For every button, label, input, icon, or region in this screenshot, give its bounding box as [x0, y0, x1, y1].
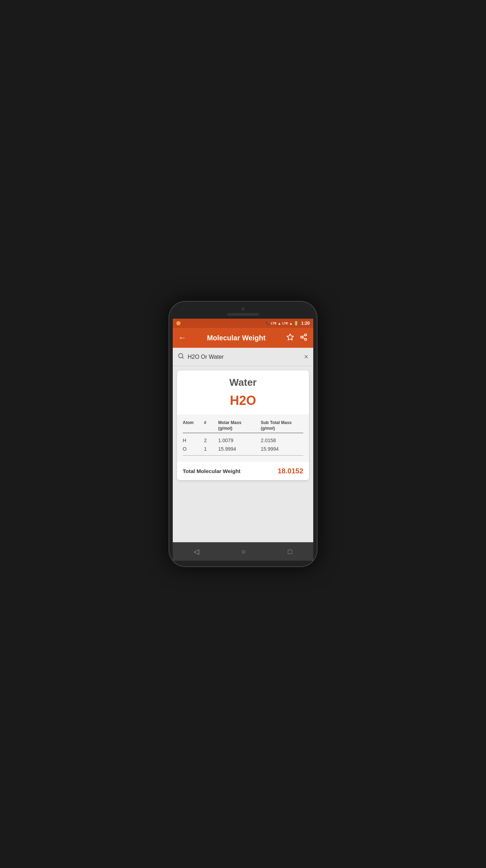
table-header-row: Atom # Molar Mass(g/mol) Sub Total Mass(… [183, 419, 303, 433]
atom-o: O [183, 446, 204, 452]
phone-speaker [227, 313, 259, 316]
table-row: H 2 1.0079 2.0158 [183, 436, 303, 445]
header-count: # [204, 420, 218, 431]
share-button[interactable] [300, 333, 308, 343]
compound-formula: H2O [177, 391, 309, 414]
lte2-label: LTE [282, 322, 288, 325]
battery-icon: 🔋 [294, 321, 299, 326]
search-clear-button[interactable]: × [304, 353, 308, 361]
signal-icon1: ▲ [278, 322, 281, 325]
lte1-label: LTE [271, 322, 276, 325]
atom-h: H [183, 438, 204, 443]
compound-name: Water [177, 370, 309, 391]
nav-bar: ◁ ○ □ [173, 542, 313, 561]
app-bar-icons [286, 333, 308, 343]
app-bar: ← Molecular Weight [173, 328, 313, 348]
phone-lte-icon: 📞 [266, 322, 270, 325]
status-bar: 📞 LTE ▲ LTE ▲ 🔋 1:20 [173, 319, 313, 328]
phone-camera [241, 307, 245, 311]
signal-icon2: ▲ [289, 322, 293, 325]
header-atom: Atom [183, 420, 204, 431]
molar-mass-o: 15.9994 [218, 446, 261, 452]
status-bar-left [176, 321, 264, 325]
result-card: Water H2O Atom # Molar Mass(g/mol) Sub T… [177, 370, 309, 480]
status-app-icon [176, 321, 181, 325]
svg-line-5 [303, 335, 305, 336]
phone-screen: 📞 LTE ▲ LTE ▲ 🔋 1:20 ← Molecular Weight [173, 319, 313, 561]
total-label: Total Molecular Weight [183, 468, 241, 474]
content-area: Water H2O Atom # Molar Mass(g/mol) Sub T… [173, 366, 313, 542]
status-icons-right: 📞 LTE ▲ LTE ▲ 🔋 1:20 [266, 321, 310, 326]
star-icon [286, 333, 294, 341]
total-value: 18.0152 [278, 467, 303, 475]
sub-total-o: 15.9994 [261, 446, 303, 452]
nav-home-button[interactable]: ○ [234, 545, 253, 559]
back-button[interactable]: ← [178, 333, 186, 342]
header-sub-total: Sub Total Mass(g/mol) [261, 420, 303, 431]
search-icon [178, 353, 184, 361]
header-molar-mass: Molar Mass(g/mol) [218, 420, 261, 431]
status-time: 1:20 [301, 321, 310, 326]
nav-back-button[interactable]: ◁ [187, 544, 206, 559]
svg-marker-0 [287, 334, 293, 340]
count-o: 1 [204, 446, 218, 452]
search-input[interactable] [188, 354, 300, 360]
total-row: Total Molecular Weight 18.0152 [177, 462, 309, 480]
svg-line-7 [182, 357, 183, 358]
search-bar: × [173, 348, 313, 366]
molar-mass-h: 1.0079 [218, 438, 261, 443]
phone-frame: 📞 LTE ▲ LTE ▲ 🔋 1:20 ← Molecular Weight [169, 301, 317, 567]
share-icon [300, 333, 308, 341]
nav-recents-button[interactable]: □ [281, 545, 299, 559]
svg-line-4 [303, 337, 305, 339]
table-divider [183, 455, 303, 456]
app-title: Molecular Weight [190, 334, 282, 342]
sub-total-h: 2.0158 [261, 438, 303, 443]
count-h: 2 [204, 438, 218, 443]
table-row: O 1 15.9994 15.9994 [183, 445, 303, 453]
table-section: Atom # Molar Mass(g/mol) Sub Total Mass(… [177, 414, 309, 462]
favorite-button[interactable] [286, 333, 294, 343]
